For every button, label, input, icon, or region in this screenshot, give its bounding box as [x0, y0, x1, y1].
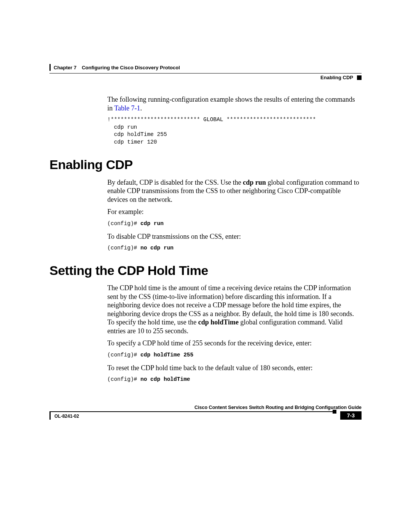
code-cdp-run: (config)# cdp run [107, 220, 362, 227]
prompt: (config)# [107, 220, 140, 227]
table-link[interactable]: Table 7-1 [114, 104, 140, 112]
heading-enabling-cdp: Enabling CDP [49, 157, 362, 173]
enabling-paragraph-1: By default, CDP is disabled for the CSS.… [107, 178, 362, 204]
chapter-title: Configuring the Cisco Discovery Protocol [82, 65, 180, 70]
header-sub-row: Enabling CDP [49, 75, 362, 80]
footer-guide-title: Cisco Content Services Switch Routing an… [49, 405, 362, 410]
cmd: no cdp holdTime [140, 376, 190, 382]
prompt: (config)# [107, 245, 140, 251]
enabling-paragraph-3: To disable CDP transmissions on the CSS,… [107, 232, 362, 241]
cmd-bold: cdp run [243, 179, 266, 186]
intro-paragraph: The following running-configuration exam… [107, 95, 362, 112]
footer-page-number: 7-3 [340, 411, 362, 420]
holdtime-paragraph-1: The CDP hold time is the amount of time … [107, 284, 362, 335]
page-footer: Cisco Content Services Switch Routing an… [49, 405, 362, 420]
holdtime-paragraph-2: To specify a CDP hold time of 255 second… [107, 339, 362, 348]
footer-square-icon [333, 410, 336, 414]
cmd: no cdp run [140, 245, 174, 251]
code-no-cdp-run: (config)# no cdp run [107, 244, 362, 251]
cmd: cdp run [140, 220, 164, 227]
cmd: cdp holdTime 255 [140, 352, 193, 358]
prompt: (config)# [107, 352, 140, 358]
enabling-paragraph-2: For example: [107, 208, 362, 216]
heading-holdtime: Setting the CDP Hold Time [49, 262, 362, 279]
code-no-cdp-holdtime: (config)# no cdp holdTime [107, 376, 362, 383]
text: By default, CDP is disabled for the CSS.… [107, 179, 243, 186]
header-rule [49, 73, 362, 73]
footer-spacer [79, 411, 333, 420]
prompt: (config)# [107, 376, 140, 382]
running-config-code: !*************************** GLOBAL ****… [107, 116, 362, 146]
content-area: The following running-configuration exam… [107, 95, 362, 388]
code-cdp-holdtime: (config)# cdp holdTime 255 [107, 351, 362, 358]
intro-text-a: The following running-configuration exam… [107, 96, 355, 112]
header-left-rule-icon [49, 64, 51, 71]
intro-text-b: . [140, 104, 142, 112]
header-square-icon [357, 75, 362, 80]
chapter-number: Chapter 7 [54, 65, 76, 70]
page: Chapter 7 Configuring the Cisco Discover… [0, 0, 411, 532]
holdtime-paragraph-3: To reset the CDP hold time back to the d… [107, 364, 362, 372]
header-top-row: Chapter 7 Configuring the Cisco Discover… [49, 64, 362, 71]
footer-doc-number: OL-8241-02 [51, 411, 79, 420]
footer-bar: OL-8241-02 7-3 [49, 411, 362, 420]
page-header: Chapter 7 Configuring the Cisco Discover… [49, 64, 362, 80]
header-section: Enabling CDP [320, 75, 353, 80]
cmd-bold: cdp holdTime [198, 318, 239, 326]
